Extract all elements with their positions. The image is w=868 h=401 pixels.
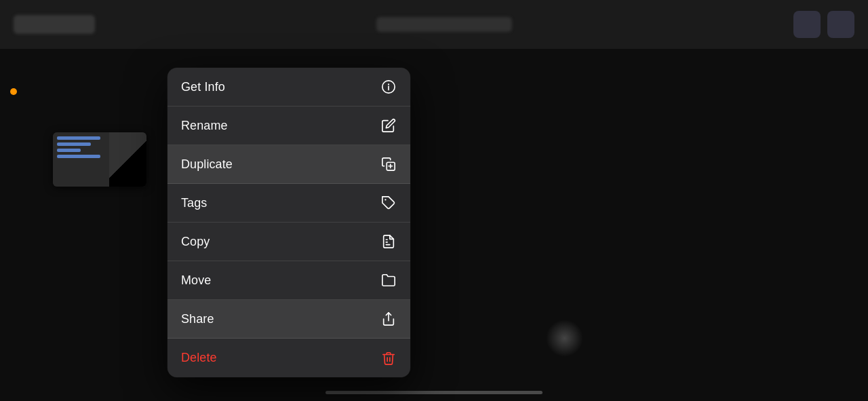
share-icon (380, 311, 397, 327)
menu-item-move[interactable]: Move (167, 261, 410, 300)
tag-icon (380, 195, 397, 211)
move-label: Move (181, 273, 211, 288)
blur-circle-decoration (546, 320, 583, 357)
top-bar-left-area (14, 15, 95, 34)
duplicate-label: Duplicate (181, 157, 233, 172)
info-circle-icon (380, 79, 397, 95)
menu-item-delete[interactable]: Delete (167, 339, 410, 377)
duplicate-icon (380, 156, 397, 172)
thumb-line-1 (57, 136, 100, 140)
context-menu: Get Info Rename Duplicate (167, 68, 410, 377)
tags-label: Tags (181, 196, 207, 210)
menu-item-share[interactable]: Share (167, 300, 410, 339)
file-thumbnail (53, 132, 146, 187)
folder-icon (380, 272, 397, 288)
thumbnail-content (53, 132, 109, 187)
thumb-diagonal (109, 132, 146, 187)
top-bar-actions (793, 11, 854, 38)
grid-view-icon[interactable] (793, 11, 821, 38)
thumb-line-2 (57, 142, 91, 146)
top-bar-title (376, 17, 512, 32)
menu-item-get-info[interactable]: Get Info (167, 68, 410, 107)
copy-icon (380, 233, 397, 250)
trash-icon (380, 350, 397, 366)
menu-item-tags[interactable]: Tags (167, 184, 410, 223)
rename-label: Rename (181, 119, 228, 133)
thumb-line-4 (57, 155, 100, 158)
background (0, 0, 868, 401)
menu-item-copy[interactable]: Copy (167, 223, 410, 261)
delete-label: Delete (181, 351, 217, 365)
thumbnail-preview (109, 132, 146, 187)
pencil-icon (380, 117, 397, 134)
scroll-indicator (326, 391, 542, 394)
dot-indicator (10, 88, 17, 95)
share-label: Share (181, 312, 214, 326)
more-options-icon[interactable] (827, 11, 854, 38)
menu-item-rename[interactable]: Rename (167, 107, 410, 145)
thumb-line-3 (57, 149, 81, 152)
get-info-label: Get Info (181, 80, 225, 94)
menu-item-duplicate[interactable]: Duplicate (167, 145, 410, 184)
copy-label: Copy (181, 235, 210, 249)
top-bar (0, 0, 868, 49)
